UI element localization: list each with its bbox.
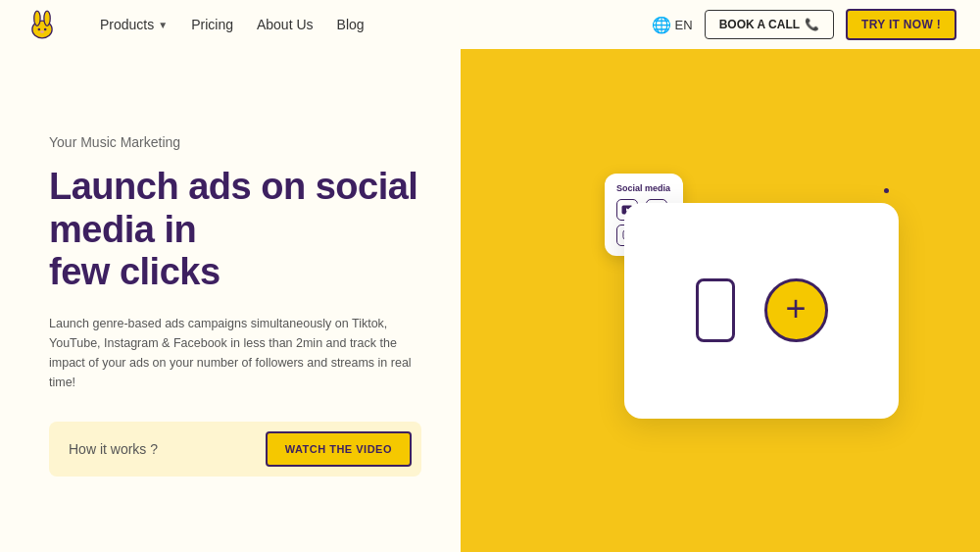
logo[interactable] (24, 6, 61, 43)
social-card-title: Social media (616, 183, 671, 193)
dot-decoration (884, 188, 889, 193)
plus-circle-icon: + (764, 278, 828, 342)
header: Products ▼ Pricing About Us Blog 🌐 EN BO… (0, 0, 980, 49)
svg-point-4 (44, 28, 47, 31)
main-nav: Products ▼ Pricing About Us Blog (100, 17, 652, 32)
watch-video-button[interactable]: WATCH THE VIDEO (266, 431, 412, 467)
phone-icon: 📞 (805, 18, 819, 31)
nav-pricing[interactable]: Pricing (191, 17, 233, 32)
products-dropdown-icon: ▼ (158, 20, 168, 30)
cta-bar: How it works ? WATCH THE VIDEO (49, 422, 421, 477)
how-it-works-label: How it works ? (69, 441, 250, 457)
svg-point-1 (34, 11, 40, 25)
svg-point-2 (44, 11, 50, 25)
hero-right: Social media (461, 49, 980, 552)
main-illustration-card: + (624, 203, 899, 419)
nav-about[interactable]: About Us (257, 17, 314, 32)
try-now-button[interactable]: TRY IT NOW ! (846, 9, 956, 40)
hero-description: Launch genre-based ads campaigns simulta… (49, 314, 421, 392)
book-call-button[interactable]: BOOK A CALL 📞 (705, 10, 834, 39)
nav-products[interactable]: Products ▼ (100, 17, 168, 32)
header-actions: 🌐 EN BOOK A CALL 📞 TRY IT NOW ! (652, 9, 956, 40)
illustration: Social media (595, 174, 908, 428)
hero-left: Your Music Marketing Launch ads on socia… (0, 49, 461, 552)
svg-point-3 (38, 28, 41, 31)
language-selector[interactable]: 🌐 EN (652, 16, 693, 34)
svg-point-5 (40, 30, 44, 33)
plus-symbol: + (785, 291, 806, 326)
hero-subtitle: Your Music Marketing (49, 134, 421, 150)
globe-icon: 🌐 (652, 16, 671, 34)
hero-heading: Launch ads on social media in few clicks (49, 166, 421, 294)
nav-blog[interactable]: Blog (337, 17, 365, 32)
phone-shape-icon (696, 278, 735, 342)
main-content: Your Music Marketing Launch ads on socia… (0, 49, 980, 552)
